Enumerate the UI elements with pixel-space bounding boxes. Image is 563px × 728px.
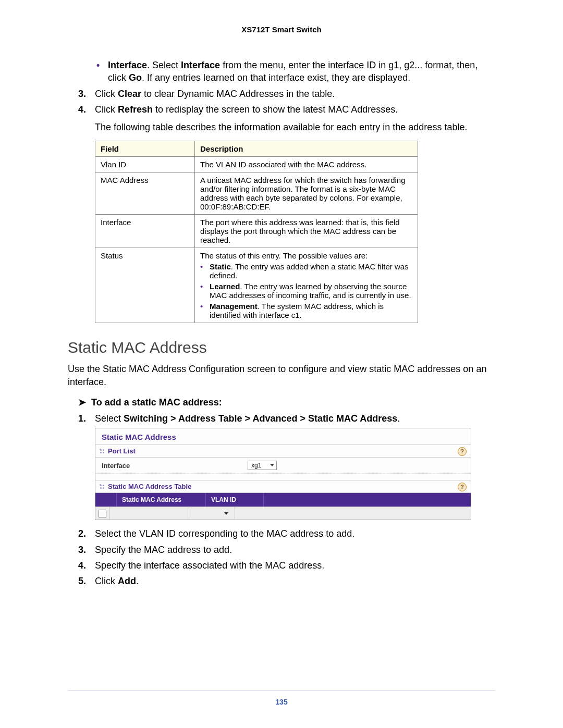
bullet-dot-icon: • <box>200 262 210 280</box>
task-step-1: 1. Select Switching > Address Table > Ad… <box>78 412 495 425</box>
chevron-down-icon <box>224 512 228 515</box>
step-bold: Clear <box>118 89 141 99</box>
td-desc: The VLAN ID associated with the MAC addr… <box>195 157 418 172</box>
ui-table-input-row <box>95 507 471 520</box>
status-item: • Static. The entry was added when a sta… <box>200 262 412 280</box>
td-desc: The port where this address was learned:… <box>195 215 418 248</box>
help-icon[interactable]: ? <box>458 483 467 491</box>
td-field: Status <box>95 248 195 323</box>
step-text: Click <box>95 576 118 586</box>
row-checkbox[interactable] <box>99 510 106 517</box>
status-item-bold: Static <box>210 262 231 271</box>
step-text: Specify the interface associated with th… <box>95 559 495 572</box>
status-item-text: . The entry was added when a static MAC … <box>210 262 409 280</box>
table-title-label: Static MAC Address Table <box>108 483 191 490</box>
port-list-label: Port List <box>108 447 136 455</box>
mac-input-cell[interactable] <box>110 507 188 520</box>
table-intro-text: The following table describes the inform… <box>95 121 495 133</box>
table-row: Interface The port where this address wa… <box>95 215 418 248</box>
step-text: Select the VLAN ID corresponding to the … <box>95 527 495 540</box>
intro-text-3: . If any entries learned on that interfa… <box>142 72 410 83</box>
page-header-title: XS712T Smart Switch <box>68 25 495 34</box>
footer-rule <box>68 690 495 692</box>
status-item: • Learned. The entry was learned by obse… <box>200 282 412 300</box>
task-heading-text: To add a static MAC address: <box>91 397 222 408</box>
step-4: 4. Click Refresh to redisplay the screen… <box>78 103 495 116</box>
step-text: Specify the MAC address to add. <box>95 544 495 556</box>
intro-bullet: • Interface. Select Interface from the m… <box>96 59 495 84</box>
step-text: Select <box>95 413 124 424</box>
step-number: 4. <box>78 103 95 116</box>
task-heading: ➤ To add a static MAC address: <box>78 397 495 408</box>
td-desc: The status of this entry. The possible v… <box>195 248 418 323</box>
step-text: . <box>397 413 400 424</box>
page-number: 135 <box>0 698 563 706</box>
ui-port-list-header: Port List ? <box>95 445 471 458</box>
step-text: to clear Dynamic MAC Addresses in the ta… <box>141 89 335 99</box>
th-description: Description <box>195 141 418 157</box>
td-field: Interface <box>95 215 195 248</box>
step-number: 3. <box>78 88 95 100</box>
section-paragraph: Use the Static MAC Address Configuration… <box>68 363 495 388</box>
bullet-dot-icon: • <box>200 302 210 319</box>
intro-bold-3: Go <box>129 72 142 83</box>
intro-bold-2: Interface <box>181 60 220 70</box>
intro-text-1: . Select <box>147 60 181 70</box>
step-number: 2. <box>78 527 95 540</box>
th-field: Field <box>95 141 195 157</box>
chevron-down-icon <box>270 464 274 466</box>
task-step-4: 4. Specify the interface associated with… <box>78 559 495 572</box>
ui-screenshot-panel: Static MAC Address Port List ? Interface… <box>95 428 471 520</box>
td-field: Vlan ID <box>95 157 195 172</box>
intro-bold-1: Interface <box>108 60 147 70</box>
status-item-bold: Management <box>210 302 258 311</box>
interface-select[interactable]: xg1 <box>248 461 277 470</box>
table-row: Vlan ID The VLAN ID associated with the … <box>95 157 418 172</box>
task-step-2: 2. Select the VLAN ID corresponding to t… <box>78 527 495 540</box>
step-number: 5. <box>78 575 95 587</box>
table-row: MAC Address A unicast MAC address for wh… <box>95 172 418 215</box>
th-mac: Static MAC Address <box>117 493 206 507</box>
ui-interface-row: Interface xg1 <box>95 458 471 474</box>
step-text: Click <box>95 89 118 99</box>
ui-panel-title: Static MAC Address <box>95 428 471 445</box>
ui-table-header-bar: Static MAC Address Table ? <box>95 480 471 493</box>
td-checkbox <box>95 507 110 520</box>
nav-path: Switching > Address Table > Advanced > S… <box>124 413 397 424</box>
td-desc: A unicast MAC address for which the swit… <box>195 172 418 215</box>
task-step-5: 5. Click Add. <box>78 575 495 587</box>
td-field: MAC Address <box>95 172 195 215</box>
table-header-row: Field Description <box>95 141 418 157</box>
grip-dots-icon <box>100 449 105 454</box>
step-number: 3. <box>78 544 95 556</box>
interface-label: Interface <box>102 462 248 470</box>
task-step-3: 3. Specify the MAC address to add. <box>78 544 495 556</box>
bullet-dot-icon: • <box>96 59 108 84</box>
ui-column-header-row: Static MAC Address VLAN ID <box>95 493 471 507</box>
arrow-right-icon: ➤ <box>78 397 86 408</box>
step-text: Click <box>95 104 118 115</box>
th-vlan: VLAN ID <box>206 493 264 507</box>
grip-dots-icon <box>100 484 105 489</box>
status-item-text: . The entry was learned by observing the… <box>210 282 411 300</box>
table-row: Status The status of this entry. The pos… <box>95 248 418 323</box>
status-intro: The status of this entry. The possible v… <box>200 251 368 260</box>
bullet-dot-icon: • <box>200 282 210 300</box>
status-item-bold: Learned <box>210 282 240 291</box>
ui-spacer <box>95 474 471 480</box>
step-bold: Add <box>118 576 136 586</box>
section-heading: Static MAC Address <box>68 339 495 356</box>
step-bold: Refresh <box>118 104 153 115</box>
step-number: 4. <box>78 559 95 572</box>
interface-select-value: xg1 <box>251 462 261 469</box>
step-3: 3. Click Clear to clear Dynamic MAC Addr… <box>78 88 495 100</box>
step-text: to redisplay the screen to show the late… <box>153 104 398 115</box>
vlan-select-cell[interactable] <box>188 507 235 520</box>
step-number: 1. <box>78 412 95 425</box>
step-text: . <box>136 576 139 586</box>
help-icon[interactable]: ? <box>458 447 467 456</box>
status-item: • Management. The system MAC address, wh… <box>200 302 412 319</box>
th-checkbox <box>95 493 117 507</box>
field-description-table: Field Description Vlan ID The VLAN ID as… <box>95 141 418 323</box>
